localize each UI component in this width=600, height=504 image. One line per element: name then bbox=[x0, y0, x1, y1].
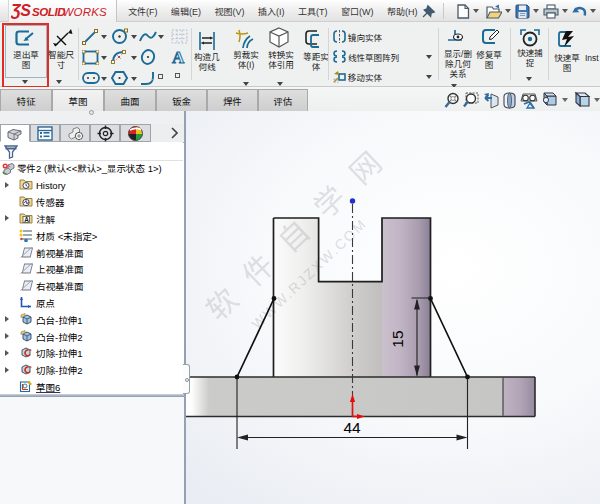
svg-text:44: 44 bbox=[343, 419, 361, 436]
svg-text:SOLID: SOLID bbox=[32, 6, 65, 18]
svg-text:ƷS: ƷS bbox=[11, 2, 31, 19]
svg-text:A: A bbox=[24, 216, 29, 223]
svg-text:15: 15 bbox=[389, 330, 406, 347]
svg-text:WORKS: WORKS bbox=[62, 6, 107, 18]
svg-text:A: A bbox=[172, 48, 185, 67]
